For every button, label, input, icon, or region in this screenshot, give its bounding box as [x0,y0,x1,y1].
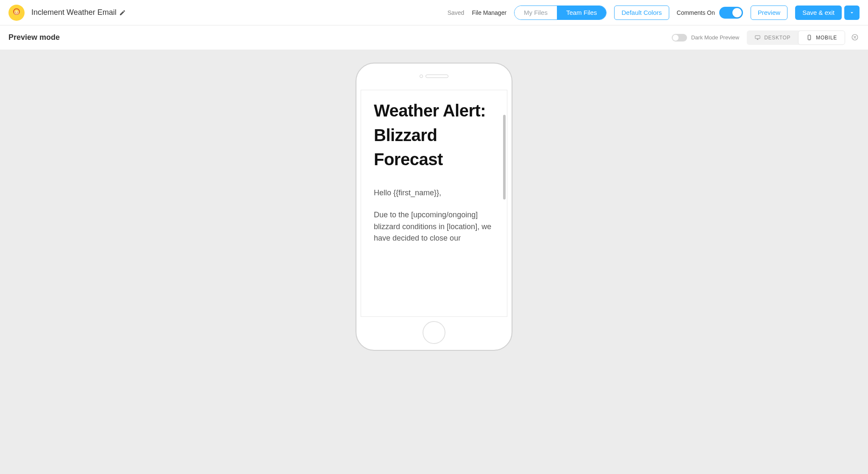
desktop-icon [754,34,761,41]
email-scroll[interactable]: Weather Alert: Blizzard Forecast Hello {… [361,90,507,316]
desktop-tab[interactable]: DESKTOP [747,30,798,45]
document-title: Inclement Weather Email [31,8,117,17]
save-exit-button[interactable]: Save & exit [795,6,842,20]
device-segmented: DESKTOP MOBILE [747,30,845,45]
phone-camera-icon [420,75,423,78]
dark-mode-label: Dark Mode Preview [691,34,739,41]
files-segmented: My Files Team Files [514,6,606,20]
svg-rect-5 [755,36,760,39]
top-right-controls: Saved File Manager My Files Team Files D… [448,6,860,20]
app-logo [8,5,25,21]
mobile-tab-label: MOBILE [816,35,837,41]
default-colors-button[interactable]: Default Colors [614,6,669,20]
email-content: Weather Alert: Blizzard Forecast Hello {… [361,94,507,267]
save-exit-dropdown[interactable] [844,6,860,20]
preview-mode-title: Preview mode [8,33,60,42]
edit-icon [119,9,126,16]
close-preview-button[interactable] [851,33,860,42]
chevron-down-icon [849,10,855,16]
svg-point-7 [809,39,810,39]
saved-status: Saved [448,9,465,16]
email-heading: Weather Alert: Blizzard Forecast [374,99,494,172]
save-exit-group: Save & exit [795,6,860,20]
document-title-wrap[interactable]: Inclement Weather Email [31,8,126,17]
scrollbar-thumb[interactable] [503,115,506,200]
monkey-icon [11,7,22,18]
phone-screen: Weather Alert: Blizzard Forecast Hello {… [361,90,507,317]
preview-button[interactable]: Preview [751,6,787,20]
comments-label: Comments On [677,9,715,16]
mobile-tab[interactable]: MOBILE [798,30,845,45]
phone-mockup: Weather Alert: Blizzard Forecast Hello {… [356,63,512,351]
desktop-tab-label: DESKTOP [764,35,790,41]
comments-toggle[interactable] [719,7,743,19]
dark-mode-toggle[interactable] [672,34,687,42]
preview-bar: Preview mode Dark Mode Preview DESKTOP M… [0,25,868,50]
mobile-icon [806,34,812,41]
email-body: Due to the [upcoming/ongoing] blizzard c… [374,209,494,245]
close-icon [851,33,859,41]
phone-speaker-icon [426,75,448,78]
my-files-tab[interactable]: My Files [515,6,557,19]
file-manager-link[interactable]: File Manager [472,9,506,16]
dark-mode-wrap: Dark Mode Preview [672,34,739,42]
comments-toggle-wrap: Comments On [677,7,743,19]
phone-sensor-bar [417,75,451,78]
phone-home-button [423,321,445,344]
email-greeting: Hello {{first_name}}, [374,187,494,199]
team-files-tab[interactable]: Team Files [557,6,606,19]
svg-point-4 [17,11,18,12]
preview-canvas: Weather Alert: Blizzard Forecast Hello {… [0,50,868,474]
top-bar: Inclement Weather Email Saved File Manag… [0,0,868,25]
svg-point-3 [15,11,16,12]
